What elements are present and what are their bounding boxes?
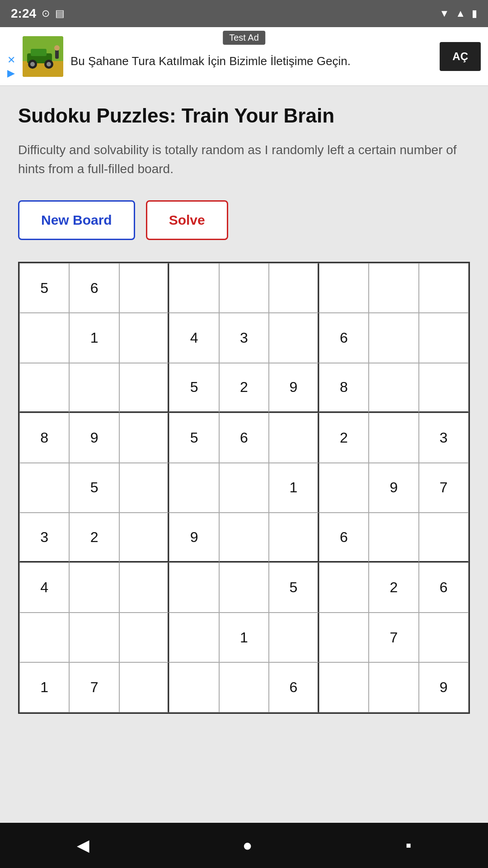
ad-close-icon[interactable]: ✕ [7,54,15,66]
sudoku-cell[interactable] [269,413,319,462]
sudoku-cell[interactable] [119,662,169,712]
sudoku-cell[interactable]: 7 [369,613,418,662]
sudoku-grid: 5614365298895623519732964526171769 [18,262,470,714]
sudoku-cell[interactable] [369,363,418,413]
wifi-icon: ▼ [439,8,449,19]
sudoku-cell[interactable] [219,662,269,712]
sudoku-cell[interactable]: 5 [19,263,69,313]
sudoku-cell[interactable]: 6 [69,263,119,313]
sudoku-cell[interactable] [169,662,219,712]
sudoku-cell[interactable] [119,562,169,612]
sudoku-cell[interactable] [169,463,219,513]
sudoku-cell[interactable]: 9 [419,662,469,712]
sudoku-cell[interactable] [19,463,69,513]
sudoku-cell[interactable]: 1 [69,313,119,363]
back-icon[interactable]: ◀ [77,836,89,855]
sudoku-cell[interactable] [319,662,369,712]
sudoku-cell[interactable]: 5 [169,413,219,462]
sudoku-cell[interactable] [319,562,369,612]
sudoku-cell[interactable]: 9 [269,363,319,413]
sudoku-cell[interactable] [269,263,319,313]
sudoku-cell[interactable] [419,313,469,363]
solve-button[interactable]: Solve [146,200,228,240]
sudoku-cell[interactable] [169,613,219,662]
sudoku-cell[interactable] [119,513,169,562]
sudoku-cell[interactable] [269,313,319,363]
sudoku-cell[interactable] [219,263,269,313]
new-board-button[interactable]: New Board [18,200,135,240]
sudoku-cell[interactable]: 2 [369,562,418,612]
sudoku-cell[interactable]: 1 [219,613,269,662]
sudoku-cell[interactable]: 6 [319,513,369,562]
sudoku-cell[interactable] [69,363,119,413]
svg-point-5 [30,62,35,66]
sudoku-cell[interactable] [19,613,69,662]
sudoku-cell[interactable] [119,613,169,662]
sudoku-cell[interactable] [419,363,469,413]
sudoku-cell[interactable]: 4 [169,313,219,363]
sudoku-cell[interactable]: 6 [319,313,369,363]
sudoku-cell[interactable]: 2 [69,513,119,562]
sudoku-cell[interactable]: 8 [319,363,369,413]
sudoku-cell[interactable]: 3 [219,313,269,363]
sudoku-cell[interactable] [219,463,269,513]
sudoku-cell[interactable]: 9 [369,463,418,513]
page-description: Difficulty and solvability is totally ra… [18,141,470,179]
sudoku-cell[interactable] [419,263,469,313]
sudoku-cell[interactable] [169,263,219,313]
home-icon[interactable]: ● [243,836,253,855]
sudoku-cell[interactable] [19,313,69,363]
sudoku-cell[interactable] [219,562,269,612]
sudoku-cell[interactable]: 1 [19,662,69,712]
sudoku-cell[interactable] [419,613,469,662]
svg-rect-3 [31,49,47,56]
sudoku-cell[interactable]: 6 [419,562,469,612]
sudoku-cell[interactable]: 9 [169,513,219,562]
sudoku-cell[interactable]: 3 [19,513,69,562]
sudoku-cell[interactable] [369,513,418,562]
sudoku-cell[interactable]: 5 [169,363,219,413]
sudoku-cell[interactable]: 7 [69,662,119,712]
ad-text: Bu Şahane Tura Katılmak İçin Bizimle İle… [70,44,432,69]
sudoku-cell[interactable]: 2 [219,363,269,413]
sudoku-cell[interactable]: 4 [19,562,69,612]
sudoku-cell[interactable] [19,363,69,413]
sudoku-cell[interactable]: 6 [269,662,319,712]
sudoku-cell[interactable] [119,313,169,363]
sudoku-cell[interactable] [269,613,319,662]
sudoku-cell[interactable] [119,413,169,462]
ad-open-button[interactable]: AÇ [440,42,481,71]
sudoku-cell[interactable] [119,263,169,313]
sudoku-cell[interactable]: 8 [19,413,69,462]
recent-icon[interactable]: ▪ [406,836,412,855]
sudoku-cell[interactable] [119,363,169,413]
ad-play-icon[interactable]: ▶ [7,67,15,79]
sudoku-cell[interactable] [169,562,219,612]
sudoku-cell[interactable]: 1 [269,463,319,513]
sudoku-cell[interactable] [69,613,119,662]
sudoku-cell[interactable]: 7 [419,463,469,513]
sudoku-cell[interactable]: 6 [219,413,269,462]
sudoku-cell[interactable] [69,562,119,612]
sudoku-cell[interactable]: 9 [69,413,119,462]
signal-icon: ▲ [455,8,465,19]
sudoku-cell[interactable] [369,313,418,363]
sudoku-cell[interactable] [319,463,369,513]
sudoku-cell[interactable] [319,263,369,313]
sudoku-cell[interactable] [219,513,269,562]
ad-label: Test Ad [223,31,265,45]
sudoku-cell[interactable] [319,613,369,662]
sudoku-cell[interactable] [269,513,319,562]
sudoku-cell[interactable] [119,463,169,513]
sudoku-cell[interactable]: 5 [269,562,319,612]
sudoku-cell[interactable] [369,263,418,313]
ad-image-inner [23,36,63,77]
nav-bar: ◀ ● ▪ [0,823,488,868]
sudoku-cell[interactable] [369,662,418,712]
sudoku-cell[interactable]: 2 [319,413,369,462]
sudoku-cell[interactable] [419,513,469,562]
sudoku-cell[interactable] [369,413,418,462]
ad-image [23,36,63,77]
sudoku-cell[interactable]: 5 [69,463,119,513]
sudoku-cell[interactable]: 3 [419,413,469,462]
